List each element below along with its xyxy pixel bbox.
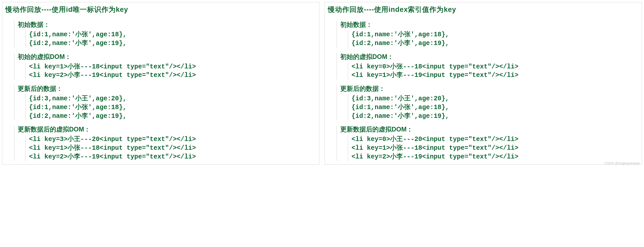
data-line: {id:2,name:'小李',age:19}, (29, 39, 316, 48)
section-heading: 更新数据后的虚拟DOM： (18, 125, 316, 134)
data-line: {id:2,name:'小李',age:19}, (352, 39, 639, 48)
data-line: {id:1,name:'小张',age:18}, (352, 103, 639, 112)
right-section-initial-data: 初始数据： {id:1,name:'小张',age:18}, {id:2,nam… (340, 20, 639, 48)
right-title: 慢动作回放----使用index索引值作为key (328, 5, 639, 14)
dom-line: <li key=1>小张---18<input type="text"/></l… (352, 144, 639, 153)
section-heading: 初始的虚拟DOM： (18, 52, 316, 61)
data-line: {id:1,name:'小张',age:18}, (29, 30, 316, 39)
data-line: {id:2,name:'小李',age:19}, (29, 112, 316, 121)
dom-line: <li key=2>小李---19<input type="text"/></l… (29, 153, 316, 161)
right-section-initial-vdom: 初始的虚拟DOM： <li key=0>小张---18<input type="… (340, 52, 639, 80)
dom-line: <li key=2>小李---19<input type="text"/></l… (352, 153, 639, 161)
dom-line: <li key=1>小李---19<input type="text"/></l… (352, 71, 639, 80)
dom-line: <li key=2>小李---19<input type="text"/></l… (29, 71, 316, 80)
section-heading: 更新后的数据： (18, 84, 316, 93)
data-line: {id:1,name:'小张',age:18}, (29, 103, 316, 112)
data-line: {id:3,name:'小王',age:20}, (29, 94, 316, 103)
section-heading: 更新后的数据： (340, 84, 639, 93)
dom-line: <li key=1>小张---18<input type="text"/></l… (29, 63, 316, 71)
data-line: {id:3,name:'小王',age:20}, (352, 94, 639, 103)
left-section-initial-data: 初始数据： {id:1,name:'小张',age:18}, {id:2,nam… (18, 20, 316, 48)
left-section-updated-vdom: 更新数据后的虚拟DOM： <li key=3>小王---20<input typ… (18, 125, 316, 161)
section-heading: 初始的虚拟DOM： (340, 52, 639, 61)
dom-line: <li key=1>小张---18<input type="text"/></l… (29, 144, 316, 153)
section-heading: 更新数据后的虚拟DOM： (340, 125, 639, 134)
right-section-updated-vdom: 更新数据后的虚拟DOM： <li key=0>小王---20<input typ… (340, 125, 639, 161)
left-panel: 慢动作回放----使用id唯一标识作为key 初始数据： {id:1,name:… (2, 2, 319, 165)
section-heading: 初始数据： (18, 20, 316, 29)
dom-line: <li key=0>小王---20<input type="text"/></l… (352, 135, 639, 144)
left-section-updated-data: 更新后的数据： {id:3,name:'小王',age:20}, {id:1,n… (18, 84, 316, 120)
dom-line: <li key=3>小王---20<input type="text"/></l… (29, 135, 316, 144)
data-line: {id:2,name:'小李',age:19}, (352, 112, 639, 121)
data-line: {id:1,name:'小张',age:18}, (352, 30, 639, 39)
section-heading: 初始数据： (340, 20, 639, 29)
left-title: 慢动作回放----使用id唯一标识作为key (5, 5, 316, 14)
dom-line: <li key=0>小张---18<input type="text"/></l… (352, 63, 639, 71)
left-section-initial-vdom: 初始的虚拟DOM： <li key=1>小张---18<input type="… (18, 52, 316, 80)
watermark-text: CSDN @hsdjhaiwhdnjw (604, 161, 640, 165)
right-panel: 慢动作回放----使用index索引值作为key 初始数据： {id:1,nam… (325, 2, 642, 165)
right-section-updated-data: 更新后的数据： {id:3,name:'小王',age:20}, {id:1,n… (340, 84, 639, 120)
